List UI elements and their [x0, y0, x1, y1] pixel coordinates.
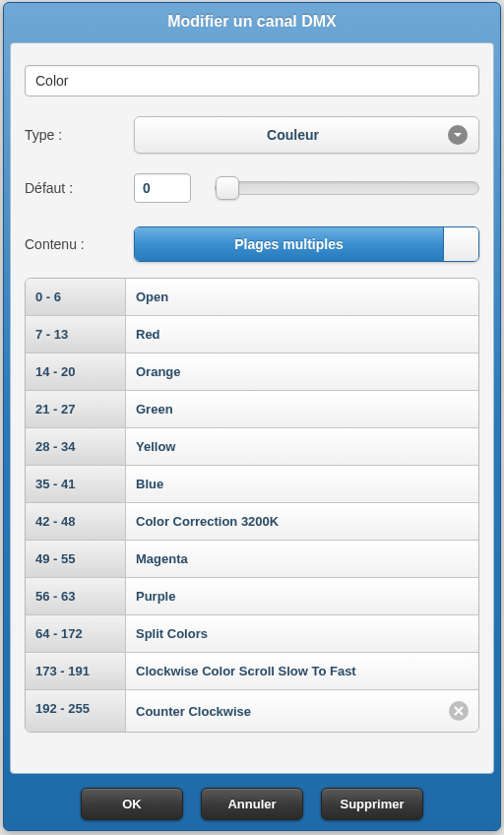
table-row[interactable]: 192 - 255Counter Clockwise	[26, 690, 478, 732]
default-row: Défaut :	[25, 173, 479, 203]
range-label: Counter Clockwise	[136, 704, 449, 719]
ranges-table: 0 - 6Open7 - 13Red14 - 20Orange21 - 27Gr…	[25, 278, 479, 733]
range-label: Clockwise Color Scroll Slow To Fast	[136, 664, 469, 678]
range-value: Purple	[126, 578, 478, 614]
range-label: Yellow	[136, 439, 469, 454]
range-key: 14 - 20	[26, 353, 126, 390]
range-label: Color Correction 3200K	[136, 514, 469, 529]
range-key: 35 - 41	[26, 466, 126, 502]
range-key: 49 - 55	[26, 541, 126, 577]
chevron-down-icon[interactable]	[448, 125, 468, 145]
table-row[interactable]: 7 - 13Red	[26, 316, 478, 353]
range-value: Yellow	[126, 428, 478, 465]
dialog-content: Type : Couleur Défaut : Contenu : Plages…	[10, 42, 494, 774]
type-label: Type :	[25, 127, 118, 143]
range-value: Color Correction 3200K	[126, 503, 478, 540]
range-label: Purple	[136, 589, 469, 604]
channel-name-input[interactable]	[25, 65, 479, 96]
content-row: Contenu : Plages multiples	[25, 226, 479, 262]
range-value: Clockwise Color Scroll Slow To Fast	[126, 653, 478, 689]
table-row[interactable]: 0 - 6Open	[26, 279, 478, 316]
range-key: 28 - 34	[26, 428, 126, 465]
type-select-wrap: Couleur	[134, 116, 479, 154]
range-value: Magenta	[126, 541, 478, 577]
range-value: Open	[126, 279, 478, 315]
default-slider[interactable]	[215, 181, 479, 195]
range-value: Orange	[126, 353, 478, 390]
dialog-window: Modifier un canal DMX Type : Couleur Déf…	[3, 2, 501, 831]
range-label: Blue	[136, 477, 469, 491]
table-row[interactable]: 49 - 55Magenta	[26, 541, 478, 578]
range-label: Red	[136, 327, 469, 342]
type-row: Type : Couleur	[25, 116, 479, 154]
range-value: Green	[126, 391, 478, 427]
content-mode-side[interactable]	[443, 227, 478, 261]
range-value: Red	[126, 316, 478, 353]
table-row[interactable]: 64 - 172Split Colors	[26, 615, 478, 653]
range-value: Blue	[126, 466, 478, 502]
default-label: Défaut :	[25, 180, 118, 196]
table-row[interactable]: 56 - 63Purple	[26, 578, 478, 615]
close-icon[interactable]	[449, 701, 469, 721]
type-select[interactable]: Couleur	[134, 116, 479, 154]
content-label: Contenu :	[25, 236, 118, 252]
range-key: 7 - 13	[26, 316, 126, 353]
range-key: 56 - 63	[26, 578, 126, 614]
table-row[interactable]: 14 - 20Orange	[26, 353, 478, 391]
range-key: 64 - 172	[26, 615, 126, 652]
ok-button[interactable]: OK	[81, 788, 183, 820]
range-value: Counter Clockwise	[126, 690, 478, 732]
dialog-title: Modifier un canal DMX	[4, 3, 500, 42]
table-row[interactable]: 21 - 27Green	[26, 391, 478, 428]
range-label: Open	[136, 289, 469, 304]
content-mode-main[interactable]: Plages multiples	[135, 227, 443, 261]
table-row[interactable]: 173 - 191Clockwise Color Scroll Slow To …	[26, 653, 478, 690]
dialog-footer: OK Annuler Supprimer	[4, 774, 500, 830]
content-mode-button: Plages multiples	[134, 226, 479, 262]
slider-thumb[interactable]	[216, 176, 239, 200]
table-row[interactable]: 35 - 41Blue	[26, 466, 478, 503]
range-key: 21 - 27	[26, 391, 126, 427]
default-value-input[interactable]	[134, 173, 191, 203]
range-value: Split Colors	[126, 615, 478, 652]
range-key: 0 - 6	[26, 279, 126, 315]
range-key: 42 - 48	[26, 503, 126, 540]
range-label: Split Colors	[136, 626, 469, 641]
table-row[interactable]: 28 - 34Yellow	[26, 428, 478, 466]
table-row[interactable]: 42 - 48Color Correction 3200K	[26, 503, 478, 541]
delete-button[interactable]: Supprimer	[321, 788, 423, 820]
range-key: 192 - 255	[26, 690, 126, 732]
cancel-button[interactable]: Annuler	[201, 788, 303, 820]
range-key: 173 - 191	[26, 653, 126, 689]
range-label: Green	[136, 402, 469, 417]
range-label: Magenta	[136, 551, 469, 566]
range-label: Orange	[136, 364, 469, 379]
